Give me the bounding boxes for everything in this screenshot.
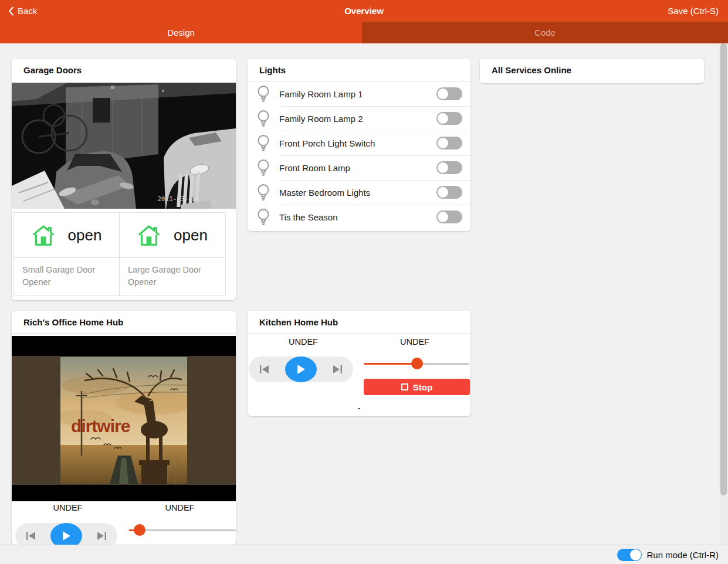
light-row-tis-the-season: Tis the Season [248, 205, 470, 229]
bulb-icon [256, 110, 271, 127]
play-icon [62, 531, 71, 541]
office-volume-slider[interactable] [129, 524, 236, 536]
kitchen-track-info-row: UNDEF UNDEF [248, 337, 470, 346]
toggle-front-porch-light-switch[interactable] [436, 137, 462, 150]
kitchen-media-controls [249, 356, 353, 382]
album-art-dirtwire: dirtwire [60, 357, 187, 484]
album-title-text: dirtwire [71, 416, 130, 436]
toggle-knob [438, 187, 448, 198]
light-label: Front Room Lamp [279, 163, 436, 173]
row-divider [280, 205, 470, 205]
toggle-family-room-lamp-1[interactable] [436, 87, 462, 100]
slider-knob[interactable] [411, 358, 423, 369]
tile-large-garage-door: open Large Garage Door Opener [120, 212, 226, 296]
toggle-knob [438, 113, 448, 124]
toggle-tis-the-season[interactable] [436, 210, 462, 223]
bottom-bar: Run mode (Ctrl-R) [0, 545, 728, 564]
light-row-front-porch-light-switch: Front Porch Light Switch [248, 131, 470, 155]
run-mode-toggle[interactable] [617, 549, 642, 561]
light-label: Front Porch Light Switch [279, 138, 436, 148]
garage-state-label: open [174, 226, 208, 244]
row-divider [280, 155, 470, 156]
office-next-button[interactable] [96, 531, 107, 541]
tab-code[interactable]: Code [362, 22, 728, 43]
garage-tiles: open Small Garage Door Opener open Large… [13, 212, 226, 296]
card-lights: Lights Family Room Lamp 1 Family Room La… [248, 59, 470, 231]
garage-tile-label: Large Garage Door Opener [120, 258, 225, 295]
card-office-home-hub: Rich's Office Home Hub [12, 311, 236, 545]
scrollbar-thumb[interactable] [720, 43, 727, 495]
vertical-scrollbar [719, 43, 728, 545]
office-track-info-row: UNDEF UNDEF [12, 503, 236, 512]
card-title: Rich's Office Home Hub [12, 311, 236, 334]
row-divider [280, 131, 470, 131]
office-artist-label: UNDEF [124, 503, 236, 512]
small-garage-door-open-button[interactable]: open [14, 213, 119, 258]
bulb-icon [256, 85, 271, 103]
light-label: Master Bedroom Lights [279, 188, 436, 198]
card-title: Kitchen Home Hub [248, 311, 470, 334]
tab-bar: Design Code [0, 22, 728, 43]
skip-next-icon [332, 365, 343, 374]
large-garage-door-open-button[interactable]: open [120, 213, 225, 258]
kitchen-play-button[interactable] [285, 356, 317, 382]
bulb-icon [256, 134, 271, 152]
slider-fill [364, 363, 417, 365]
card-kitchen-home-hub: Kitchen Home Hub UNDEF UNDEF [248, 311, 470, 416]
kitchen-artist-label: UNDEF [359, 337, 470, 346]
album-letterbox-top [12, 336, 236, 356]
skip-next-icon [96, 531, 107, 541]
app-window: Back Overview Save (Ctrl-S) Design Code … [0, 0, 728, 564]
toggle-front-room-lamp[interactable] [436, 161, 462, 174]
kitchen-track-label: UNDEF [248, 337, 359, 346]
album-letterbox-bottom [12, 485, 236, 501]
office-previous-button[interactable] [26, 531, 36, 541]
kitchen-next-button[interactable] [332, 365, 343, 374]
light-row-master-bedroom-lights: Master Bedroom Lights [248, 180, 470, 205]
toggle-knob [438, 138, 448, 148]
run-mode-label: Run mode (Ctrl-R) [646, 550, 719, 560]
kitchen-previous-button[interactable] [259, 365, 270, 374]
page-title: Overview [0, 6, 728, 16]
toggle-master-bedroom-lights[interactable] [436, 186, 462, 199]
card-title: Lights [248, 59, 470, 81]
kitchen-status-text: - [248, 403, 470, 413]
skip-previous-icon [259, 365, 270, 374]
garage-home-icon [32, 224, 55, 246]
garage-camera-feed: 2021-03-02 01:00:36 [12, 83, 236, 209]
office-media-controls [15, 523, 117, 545]
row-divider [280, 106, 470, 107]
light-row-family-room-lamp-1: Family Room Lamp 1 [248, 81, 470, 106]
play-icon [296, 364, 306, 375]
top-bar: Back Overview Save (Ctrl-S) [0, 0, 728, 22]
toggle-family-room-lamp-2[interactable] [436, 112, 462, 125]
toggle-knob [438, 89, 448, 99]
card-title: All Services Online [480, 59, 704, 81]
garage-home-icon [137, 224, 161, 246]
bulb-icon [256, 159, 271, 176]
tile-small-garage-door: open Small Garage Door Opener [13, 212, 120, 296]
garage-tile-label: Small Garage Door Opener [14, 258, 119, 295]
slider-knob[interactable] [134, 524, 145, 536]
light-label: Family Room Lamp 1 [279, 89, 436, 99]
toggle-knob [630, 549, 641, 560]
bulb-icon [256, 208, 271, 226]
card-all-services-online: All Services Online [480, 59, 704, 83]
kitchen-stop-button[interactable]: Stop [364, 379, 470, 395]
tab-design[interactable]: Design [0, 22, 362, 43]
camera-timestamp: 2021-03-02 01:00:36 [157, 195, 231, 203]
save-button[interactable]: Save (Ctrl-S) [668, 6, 719, 16]
album-art-area: dirtwire [12, 356, 236, 485]
garage-camera-image: 2021-03-02 01:00:36 [12, 83, 236, 209]
office-play-button[interactable] [50, 523, 82, 545]
kitchen-volume-slider[interactable] [364, 358, 469, 369]
card-garage-doors: Garage Doors [12, 59, 236, 300]
skip-previous-icon [26, 531, 36, 541]
toggle-knob [438, 162, 448, 173]
office-track-label: UNDEF [12, 503, 124, 512]
stop-label: Stop [413, 382, 432, 392]
garage-state-label: open [68, 226, 102, 244]
toggle-knob [438, 212, 448, 222]
bulb-icon [256, 184, 271, 201]
light-label: Family Room Lamp 2 [279, 114, 436, 124]
